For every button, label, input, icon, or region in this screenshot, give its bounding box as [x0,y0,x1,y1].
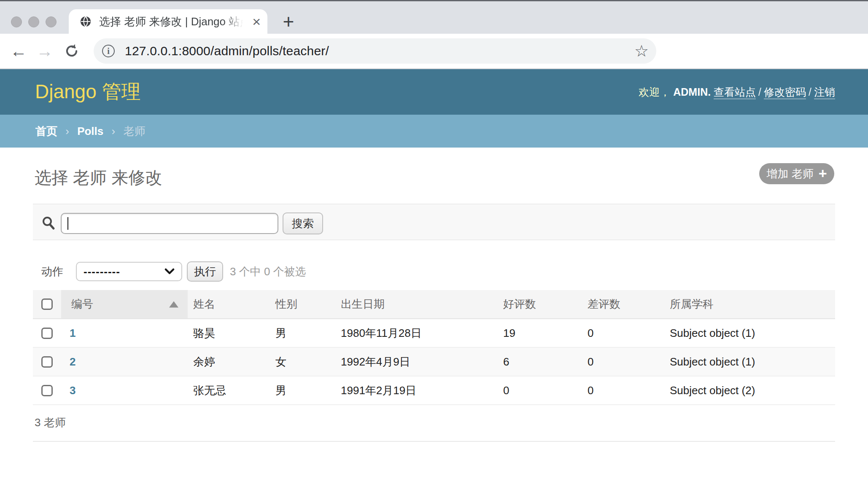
breadcrumb-home-link[interactable]: 首页 [35,125,57,137]
row-subject-cell: Subject object (2) [664,384,835,397]
tab-strip: 选择 老师 来修改 | Django 站点管理 × + [0,1,868,34]
row-id-link[interactable]: 1 [70,327,75,339]
selection-status: 3 个中 0 个被选 [230,264,306,279]
actions-bar: 动作 --------- 执行 3 个中 0 个被选 [33,261,835,282]
row-checkbox[interactable] [41,385,53,396]
reload-icon[interactable] [62,34,81,68]
change-password-link[interactable]: 修改密码 [764,86,806,99]
action-select[interactable]: --------- [76,262,182,281]
result-table: 编号 姓名 性别 出生日期 好评数 差评数 所属学科 1 骆昊 男 1980年1… [33,290,835,405]
search-input[interactable] [61,213,278,234]
user-tools: 欢迎， ADMIN. 查看站点/修改密码/注销 [639,85,835,99]
row-gender-cell: 女 [270,355,335,369]
minimize-window-button[interactable] [28,16,39,27]
row-checkbox[interactable] [41,356,53,368]
back-icon[interactable]: ← [9,34,28,68]
search-icon [41,216,56,230]
row-name-cell: 余婷 [188,355,270,369]
tab-title: 选择 老师 来修改 | Django 站点管理 [99,14,243,29]
sort-ascending-icon[interactable] [169,301,178,307]
table-header-row: 编号 姓名 性别 出生日期 好评数 差评数 所属学科 [33,290,835,319]
url-text[interactable]: 127.0.0.1:8000/admin/polls/teacher/ [125,44,329,58]
row-checkbox[interactable] [41,328,53,339]
row-good-count-cell: 19 [498,327,582,340]
row-id-cell: 1 [61,327,188,340]
row-checkbox-cell [33,328,61,339]
row-gender-cell: 男 [270,383,335,398]
browser-tab[interactable]: 选择 老师 来修改 | Django 站点管理 × [69,9,267,34]
new-tab-button[interactable]: + [279,12,298,31]
row-gender-cell: 男 [270,326,335,341]
page-info-icon[interactable]: i [102,45,115,57]
table-body: 1 骆昊 男 1980年11月28日 19 0 Subject object (… [33,319,835,405]
actions-label: 动作 [41,264,63,279]
view-site-link[interactable]: 查看站点 [714,86,756,99]
row-birthdate-cell: 1980年11月28日 [335,326,498,341]
table-row: 1 骆昊 男 1980年11月28日 19 0 Subject object (… [33,319,835,348]
select-all-checkbox[interactable] [41,298,53,310]
page-title: 选择 老师 来修改 [35,166,162,189]
username-text: ADMIN. [673,86,711,98]
row-birthdate-cell: 1991年2月19日 [335,383,498,398]
column-header-name[interactable]: 姓名 [188,290,270,318]
column-header-birthdate[interactable]: 出生日期 [335,290,498,318]
globe-favicon-icon [80,16,92,27]
row-subject-cell: Subject object (1) [664,355,835,368]
select-all-checkbox-cell [33,290,61,318]
row-bad-count-cell: 0 [582,327,664,340]
welcome-text: 欢迎， [639,86,670,98]
row-good-count-cell: 0 [498,384,582,397]
browser-toolbar: ← → i 127.0.0.1:8000/admin/polls/teacher… [0,34,868,68]
bookmark-star-icon[interactable]: ☆ [634,43,649,59]
site-branding[interactable]: Django 管理 [35,79,141,105]
breadcrumb-current: 老师 [123,125,145,137]
search-submit-button[interactable]: 搜索 [283,212,323,234]
zoom-window-button[interactable] [46,16,57,27]
row-good-count-cell: 6 [498,355,582,368]
table-row: 3 张无忌 男 1991年2月19日 0 0 Subject object (2… [33,376,835,405]
search-toolbar: 搜索 [33,204,835,240]
pagination-divider [33,441,835,442]
row-id-link[interactable]: 3 [70,384,75,397]
logout-link[interactable]: 注销 [814,86,835,99]
column-header-gender[interactable]: 性别 [270,290,335,318]
row-checkbox-cell [33,356,61,368]
traffic-lights [11,16,57,27]
row-name-cell: 骆昊 [188,326,270,341]
row-checkbox-cell [33,385,61,396]
execute-action-button[interactable]: 执行 [187,261,223,282]
row-id-cell: 2 [61,355,188,368]
row-birthdate-cell: 1992年4月9日 [335,355,498,369]
changelist-page: 选择 老师 来修改 增加 老师 + 搜索 动作 --------- 执行 3 个 [0,148,868,500]
column-header-subject[interactable]: 所属学科 [664,290,835,318]
tab-close-icon[interactable]: × [252,14,261,29]
plus-icon: + [819,166,827,180]
row-name-cell: 张无忌 [188,383,270,398]
browser-window: 选择 老师 来修改 | Django 站点管理 × + ← → i 127.0.… [0,0,868,500]
text-caret [67,217,68,230]
table-row: 2 余婷 女 1992年4月9日 6 0 Subject object (1) [33,348,835,376]
row-bad-count-cell: 0 [582,355,664,368]
column-header-bad-count[interactable]: 差评数 [582,290,664,318]
django-header: Django 管理 欢迎， ADMIN. 查看站点/修改密码/注销 [0,69,868,115]
breadcrumb-app-link[interactable]: Polls [77,125,103,137]
forward-icon[interactable]: → [35,34,54,68]
chevron-down-icon [164,268,175,275]
row-subject-cell: Subject object (1) [664,327,835,340]
row-id-link[interactable]: 2 [70,355,75,368]
row-bad-count-cell: 0 [582,384,664,397]
breadcrumb: 首页 › Polls › 老师 [0,115,868,148]
add-teacher-button[interactable]: 增加 老师 + [759,163,834,184]
url-bar[interactable]: i 127.0.0.1:8000/admin/polls/teacher/ ☆ [94,38,656,64]
result-count: 3 老师 [35,415,66,430]
column-header-good-count[interactable]: 好评数 [498,290,582,318]
column-header-id[interactable]: 编号 [61,290,188,318]
row-id-cell: 3 [61,384,188,397]
close-window-button[interactable] [11,16,22,27]
